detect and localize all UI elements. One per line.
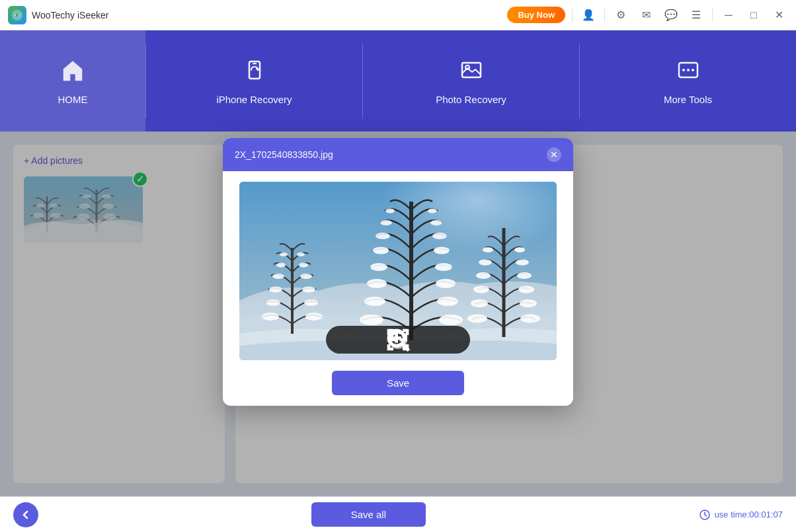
svg-point-30 [269, 287, 282, 293]
svg-point-7 [687, 69, 690, 71]
svg-point-29 [304, 299, 319, 306]
svg-point-36 [280, 252, 288, 256]
titlebar: WooTechy iSeeker Buy Now 👤 ⚙ ✉ 💬 ☰ ─ □ ✕ [0, 0, 796, 30]
titlebar-separator [572, 9, 573, 22]
app-icon [8, 6, 26, 24]
modal-body: Save [223, 171, 573, 406]
modal-save-button[interactable]: Save [332, 371, 464, 395]
svg-point-32 [272, 274, 284, 279]
more-icon [676, 57, 701, 87]
svg-point-52 [430, 220, 442, 225]
mail-icon[interactable]: ✉ [637, 6, 655, 24]
titlebar-separator3 [712, 9, 713, 22]
svg-point-39 [360, 315, 383, 325]
svg-point-54 [428, 209, 437, 213]
rotate-right-button[interactable] [441, 330, 461, 350]
svg-point-64 [479, 260, 492, 266]
svg-point-28 [266, 299, 280, 306]
svg-point-35 [299, 263, 308, 268]
svg-point-48 [434, 247, 450, 254]
svg-point-57 [520, 315, 540, 323]
app-title: WooTechy iSeeker [32, 10, 108, 20]
bottom-bar: Save all use time:00:01:07 [0, 496, 796, 532]
svg-point-31 [302, 287, 315, 293]
clock-icon [699, 509, 711, 521]
svg-point-61 [518, 286, 534, 293]
svg-line-77 [705, 515, 707, 516]
photo-icon [459, 57, 484, 87]
svg-point-53 [385, 209, 395, 213]
close-button[interactable]: ✕ [770, 6, 788, 24]
save-all-button[interactable]: Save all [311, 502, 426, 527]
modal-dialog: 2X_1702540833850.jpg ✕ [223, 138, 573, 406]
home-icon [60, 57, 85, 87]
modal-overlay: 2X_1702540833850.jpg ✕ [0, 132, 796, 496]
svg-point-34 [276, 263, 286, 268]
svg-point-59 [520, 299, 537, 307]
svg-point-41 [364, 297, 385, 306]
nav-iphone-recovery[interactable]: iPhone Recovery [146, 30, 362, 132]
svg-point-33 [300, 274, 312, 279]
modal-header: 2X_1702540833850.jpg ✕ [223, 138, 573, 171]
back-button[interactable] [13, 502, 38, 527]
main-content: + Add pictures [0, 132, 796, 496]
svg-point-37 [297, 252, 305, 256]
image-toolbar [326, 326, 470, 354]
titlebar-separator2 [604, 9, 605, 22]
modal-title: 2X_1702540833850.jpg [235, 149, 333, 160]
svg-point-65 [516, 260, 529, 266]
svg-point-47 [373, 247, 389, 254]
svg-point-44 [436, 279, 456, 288]
svg-point-6 [682, 69, 685, 71]
svg-point-62 [476, 272, 491, 279]
refresh-icon [242, 57, 267, 87]
svg-point-50 [432, 233, 447, 239]
svg-point-8 [692, 69, 694, 71]
svg-point-1 [16, 13, 19, 17]
modal-image [239, 182, 557, 360]
settings-icon[interactable]: ⚙ [612, 6, 630, 24]
titlebar-left: WooTechy iSeeker [8, 6, 108, 24]
svg-point-63 [517, 272, 532, 279]
svg-point-26 [262, 313, 279, 321]
svg-point-51 [380, 220, 392, 225]
modal-close-button[interactable]: ✕ [547, 147, 561, 162]
svg-point-40 [439, 315, 463, 325]
menu-icon[interactable]: ☰ [687, 6, 705, 24]
svg-point-58 [471, 299, 488, 307]
svg-point-27 [305, 313, 323, 321]
use-time: use time:00:01:07 [699, 509, 783, 521]
svg-point-45 [370, 263, 387, 271]
svg-point-46 [435, 263, 452, 271]
more-tools-label: More Tools [664, 94, 712, 105]
svg-point-56 [467, 315, 487, 323]
svg-point-49 [376, 233, 390, 239]
chat-icon[interactable]: 💬 [662, 6, 680, 24]
svg-point-66 [483, 247, 493, 252]
profile-icon[interactable]: 👤 [579, 6, 598, 24]
use-time-label: use time:00:01:07 [715, 510, 783, 519]
nav-photo-recovery[interactable]: Photo Recovery [363, 30, 579, 132]
svg-point-43 [367, 279, 387, 288]
content-area: + Add pictures [0, 132, 796, 496]
minimize-button[interactable]: ─ [719, 6, 738, 24]
svg-point-42 [437, 297, 458, 306]
nav-home[interactable]: HOME [0, 30, 145, 132]
svg-point-67 [514, 247, 525, 252]
maximize-button[interactable]: □ [744, 6, 763, 24]
svg-point-60 [473, 286, 489, 293]
nav-more-tools[interactable]: More Tools [580, 30, 796, 132]
titlebar-right: Buy Now 👤 ⚙ ✉ 💬 ☰ ─ □ ✕ [507, 6, 788, 24]
photo-recovery-label: Photo Recovery [436, 94, 506, 105]
navbar: HOME iPhone Recovery Photo Recovery [0, 30, 796, 132]
home-label: HOME [58, 94, 88, 105]
buy-now-button[interactable]: Buy Now [507, 7, 565, 23]
iphone-recovery-label: iPhone Recovery [216, 94, 292, 105]
